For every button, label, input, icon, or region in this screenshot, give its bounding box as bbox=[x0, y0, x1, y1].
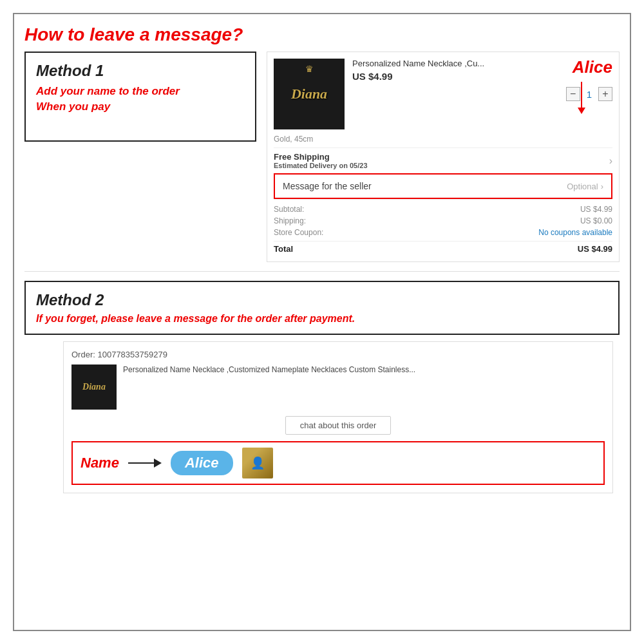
name-arrow bbox=[128, 459, 162, 468]
arrow-head-right bbox=[154, 459, 162, 468]
shipping-date: Estimated Delivery on 05/23 bbox=[274, 162, 368, 169]
alice-chat-bubble: Alice bbox=[171, 451, 233, 475]
main-title: How to leave a message? bbox=[24, 24, 620, 45]
message-for-seller-row[interactable]: Message for the seller Optional › bbox=[274, 173, 612, 199]
shipping-price-value: US $0.00 bbox=[580, 216, 612, 225]
method1-title: Method 1 bbox=[36, 62, 245, 80]
method2-box: Method 2 If you forget, please leave a m… bbox=[24, 281, 620, 335]
arrow-line bbox=[581, 82, 582, 108]
arrow-line-horizontal bbox=[128, 462, 154, 464]
product-image: ♛ Diana bbox=[274, 59, 345, 129]
qty-row: − 1 + bbox=[352, 87, 612, 101]
order-number: Order: 100778353759279 bbox=[71, 350, 605, 359]
message-chevron[interactable]: › bbox=[601, 182, 603, 191]
shipping-price-row: Shipping: US $0.00 bbox=[274, 215, 612, 227]
chat-about-order-button[interactable]: chat about this order bbox=[285, 416, 392, 435]
subtotal-row: Subtotal: US $4.99 bbox=[274, 204, 612, 215]
message-optional: Optional › bbox=[567, 182, 603, 191]
avatar-image: 👤 bbox=[242, 448, 273, 478]
order-card: Order: 100778353759279 Diana Personalize… bbox=[63, 341, 613, 493]
shipping-row: Free Shipping Estimated Delivery on 05/2… bbox=[274, 147, 612, 171]
shipping-price-label: Shipping: bbox=[274, 216, 306, 225]
method2-desc: If you forget, please leave a message fo… bbox=[36, 313, 608, 325]
arrow-head bbox=[578, 108, 585, 114]
total-row: Total US $4.99 bbox=[274, 241, 612, 255]
order-product-name: Personalized Name Necklace ,Customized N… bbox=[123, 365, 415, 375]
subtotal-value: US $4.99 bbox=[580, 205, 612, 214]
crown-icon: ♛ bbox=[305, 64, 314, 74]
top-section: How to leave a message? Method 1 Add you… bbox=[24, 24, 620, 262]
necklace-text: Diana bbox=[291, 86, 327, 102]
order-product-row: Diana Personalized Name Necklace ,Custom… bbox=[71, 365, 605, 410]
product-variant: Gold, 45cm bbox=[274, 135, 612, 144]
qty-value: 1 bbox=[587, 89, 592, 100]
avatar: 👤 bbox=[242, 448, 273, 478]
method1-desc: Add your name to the order When you pay bbox=[36, 84, 245, 115]
shipping-free: Free Shipping bbox=[274, 152, 368, 162]
shipping-chevron[interactable]: › bbox=[609, 155, 612, 167]
method1-box: Method 1 Add your name to the order When… bbox=[24, 52, 256, 142]
order-necklace-text: Diana bbox=[82, 382, 106, 392]
qty-plus-button[interactable]: + bbox=[598, 87, 612, 101]
method2-section: Method 2 If you forget, please leave a m… bbox=[24, 281, 620, 493]
method1-row: Method 1 Add your name to the order When… bbox=[24, 52, 620, 262]
total-value: US $4.99 bbox=[578, 244, 612, 254]
subtotal-label: Subtotal: bbox=[274, 205, 304, 214]
coupon-row: Store Coupon: No coupons available bbox=[274, 227, 612, 238]
message-label: Message for the seller bbox=[283, 181, 372, 191]
chat-btn-row: chat about this order bbox=[71, 416, 605, 435]
coupon-value[interactable]: No coupons available bbox=[538, 228, 612, 237]
method2-title: Method 2 bbox=[36, 291, 608, 309]
total-label: Total bbox=[274, 244, 293, 254]
outer-container: How to leave a message? Method 1 Add you… bbox=[13, 13, 631, 631]
shipping-info: Free Shipping Estimated Delivery on 05/2… bbox=[274, 152, 368, 169]
coupon-label: Store Coupon: bbox=[274, 228, 323, 237]
product-top: ♛ Diana Personalized Name Necklace ,Cu..… bbox=[274, 59, 612, 129]
divider1 bbox=[24, 271, 620, 272]
alice-label: Alice bbox=[573, 57, 612, 77]
name-alice-row: Name Alice 👤 bbox=[71, 441, 605, 485]
alice-arrow bbox=[578, 82, 585, 114]
order-product-image: Diana bbox=[71, 365, 117, 410]
price-breakdown: Subtotal: US $4.99 Shipping: US $0.00 St… bbox=[274, 199, 612, 255]
product-card: Alice ♛ Diana Personalized Name Necklace… bbox=[267, 52, 620, 262]
name-label: Name bbox=[80, 455, 119, 471]
